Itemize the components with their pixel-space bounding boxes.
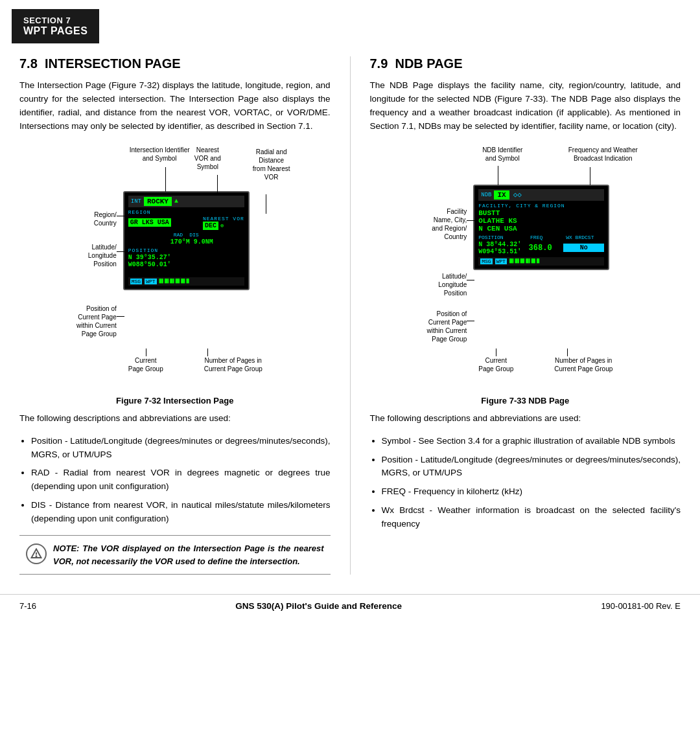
ndb-msg: MSG <box>480 258 492 264</box>
ann-line-freq <box>590 167 590 185</box>
footer: 7-16 GNS 530(A) Pilot's Guide and Refere… <box>0 594 700 617</box>
footer-page-num: 7-16 <box>19 601 36 611</box>
right-intro: The NDB Page displays the facility name,… <box>370 79 681 133</box>
screen-pos-label: POSITION <box>128 247 244 253</box>
right-bullet-list: Symbol - See Section 3.4 for a graphic i… <box>370 435 681 532</box>
ann-line-facility <box>467 220 474 221</box>
note-box: NOTE: The VOR displayed on the Intersect… <box>19 535 331 575</box>
ann-radial-dist: Radial andDistancefrom NearestVOR <box>253 148 290 181</box>
note-icon <box>26 543 47 564</box>
caution-icon <box>30 548 42 560</box>
screen-nearest-vor-label: NEAREST VOR <box>203 216 244 222</box>
ann-intersection-id: Intersection Identifierand Symbol <box>130 146 190 163</box>
ann-ndb-id: NDB Identifierand Symbol <box>473 146 531 163</box>
ann-line-ndb-cpg <box>496 349 496 356</box>
right-section-heading: 7.9 NDB PAGE <box>370 56 681 71</box>
ndb-screen-sym: ◇◇ <box>513 190 522 199</box>
right-column: 7.9 NDB PAGE The NDB Page displays the f… <box>370 56 681 575</box>
ndb-diagram: NDB IX ◇◇ FACILITY, CITY & REGION BUSTT … <box>402 143 648 392</box>
ann-num-pages: Number of Pages inCurrent Page Group <box>191 356 275 373</box>
note-text: NOTE: The VOR displayed on the Intersect… <box>53 542 324 567</box>
bullet-rad: RAD - Radial from nearest VOR in degrees… <box>31 466 331 494</box>
ndb-lat: N 38°44.32' <box>478 241 524 248</box>
screen-msg: MSG <box>130 279 142 284</box>
ann-lat-lon: Latitude/LongitudePosition <box>52 243 117 268</box>
screen-tag: INT <box>131 198 141 205</box>
ndb-wx-label: WX BRDCST <box>566 234 604 240</box>
column-divider <box>350 56 351 575</box>
ann-region-country: Region/Country <box>52 211 117 227</box>
screen-dis-val: 9.0NM <box>194 238 213 246</box>
ann-line-ndb-pos <box>467 321 474 321</box>
ndb-wx-val: No <box>563 244 604 252</box>
ndb-line1: BUSTT <box>478 209 604 217</box>
screen-region-val: GR LKS USA <box>128 218 171 227</box>
left-section-heading: 7.8 INTERSECTION PAGE <box>19 56 331 71</box>
left-intro: The Intersection Page (Figure 7-32) disp… <box>19 79 331 133</box>
ann-line-id <box>165 167 166 192</box>
ann-pos-current: Position ofCurrent Pagewithin CurrentPag… <box>52 304 117 338</box>
ann-line-region <box>117 216 124 216</box>
screen-vor-val: DEC <box>203 222 218 230</box>
screen-rad-label: RAD <box>174 232 183 238</box>
ndb-line3: N CEN USA <box>478 225 604 233</box>
ndb-bullet-symbol: Symbol - See Section 3.4 for a graphic i… <box>382 435 681 448</box>
ann-current-pg: CurrentPage Group <box>120 356 172 373</box>
right-following-text: The following descriptions and abbreviat… <box>370 412 681 426</box>
bullet-position: Position - Latitude/Longitude (degrees/m… <box>31 435 331 462</box>
ann-ndb-current-pg: CurrentPage Group <box>470 356 522 373</box>
footer-ref: 190-00181-00 Rev. E <box>601 601 681 611</box>
screen-dots: █▌█▌█▌█▌█▌█ <box>159 279 189 284</box>
ndb-bullet-wx: Wx Brdcst - Weather information is broad… <box>382 504 681 531</box>
ndb-freq-val: 368.0 <box>529 244 560 253</box>
ann-line-cpg <box>146 349 146 356</box>
section-title: WPT PAGES <box>23 25 88 37</box>
ndb-bullet-freq: FREQ - Frequency in kilohertz (kHz) <box>382 485 681 499</box>
ann-facility: FacilityName, City,and Region/Country <box>402 207 467 241</box>
ndb-lon: W094°53.51' <box>478 248 524 255</box>
right-figure-caption: Figure 7-33 NDB Page <box>370 396 681 406</box>
ndb-line2: OLATHE KS <box>478 217 604 225</box>
screen-rad-val: 170°M <box>170 238 190 246</box>
footer-title: GNS 530(A) Pilot's Guide and Reference <box>235 601 402 611</box>
ndb-pos-label: POSITION <box>478 234 526 240</box>
screen-wpt: WPT <box>145 279 156 284</box>
ann-line-npg <box>207 349 208 356</box>
ann-nearest-vor: NearestVOR andSymbol <box>194 146 221 171</box>
ann-ndb-pos-current: Position ofCurrent Pagewithin CurrentPag… <box>402 310 467 343</box>
ndb-screen-id: IX <box>494 190 509 200</box>
left-figure-caption: Figure 7-32 Intersection Page <box>19 396 331 406</box>
left-column: 7.8 INTERSECTION PAGE The Intersection P… <box>19 56 331 575</box>
ann-ndb-num-pages: Number of Pages inCurrent Page Group <box>541 356 625 373</box>
ann-line-radial <box>266 194 266 214</box>
ann-line-ndb-lat <box>467 280 474 280</box>
ann-line-lat <box>117 251 124 252</box>
ndb-screen: NDB IX ◇◇ FACILITY, CITY & REGION BUSTT … <box>473 185 609 270</box>
left-bullet-list: Position - Latitude/Longitude (degrees/m… <box>19 435 331 527</box>
section-header: SECTION 7 WPT PAGES <box>12 9 99 43</box>
intersection-screen: INT ROCKY ▲ REGION GR LKS USA NEAREST VO… <box>123 191 250 290</box>
section-label: SECTION 7 <box>23 16 88 25</box>
ann-line-ndb-npg <box>567 349 568 356</box>
ndb-freq-label: FREQ <box>530 234 562 240</box>
screen-dis-label: DIS <box>189 232 198 238</box>
intersection-diagram: INT ROCKY ▲ REGION GR LKS USA NEAREST VO… <box>52 143 298 392</box>
ndb-facility-label: FACILITY, CITY & REGION <box>478 203 604 209</box>
ndb-wpt: WPT <box>495 258 507 264</box>
screen-vor-sym: ⊕ <box>220 222 224 229</box>
ndb-screen-tag: NDB <box>481 192 491 198</box>
ann-line-ndbid <box>498 166 498 185</box>
left-following-text: The following descriptions and abbreviat… <box>19 412 331 426</box>
ann-ndb-lat-lon: Latitude/LongitudePosition <box>402 272 467 297</box>
screen-lat: N 39°35.27' <box>128 254 244 261</box>
screen-region-label: REGION <box>128 209 244 215</box>
svg-point-1 <box>36 556 36 556</box>
screen-lon: W088°50.01' <box>128 261 244 268</box>
ndb-dots: █▌█▌█▌█▌█▌█ <box>509 258 539 264</box>
ann-freq-wx: Frequency and WeatherBroadcast Indicatio… <box>561 146 645 163</box>
ann-line-vor <box>217 175 218 194</box>
screen-id: ROCKY <box>144 197 172 206</box>
screen-arrow: ▲ <box>174 198 178 205</box>
bullet-dis: DIS - Distance from nearest VOR, in naut… <box>31 499 331 526</box>
ndb-bullet-position: Position - Latitude/Longitude (degrees/m… <box>382 453 681 481</box>
